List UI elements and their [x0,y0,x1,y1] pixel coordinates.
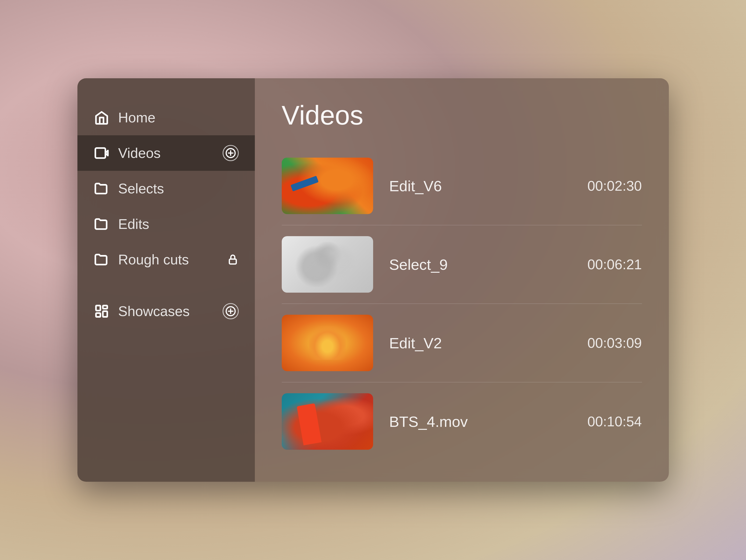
sidebar: Home Videos [78,78,255,482]
video-name-select-9: Select_9 [389,256,572,273]
video-item-edit-v6[interactable]: Edit_V6 00:02:30 [282,147,642,225]
folder-edits-icon [93,216,110,232]
video-thumbnail-edit-v2 [282,315,373,371]
sidebar-item-showcases-label: Showcases [118,303,214,319]
folder-rough-cuts-icon [93,251,110,268]
svg-rect-0 [95,148,105,158]
svg-rect-9 [96,313,100,317]
page-title: Videos [282,100,642,131]
video-thumbnail-edit-v6 [282,158,373,214]
svg-rect-5 [229,259,236,264]
sidebar-item-videos[interactable]: Videos [78,135,255,171]
video-name-edit-v6: Edit_V6 [389,177,572,195]
video-thumbnail-select-9 [282,236,373,292]
lock-icon [227,254,239,265]
main-content: Videos Edit_V6 00:02:30 Select_9 00:06:2… [255,78,669,482]
folder-selects-icon [93,180,110,197]
sidebar-item-rough-cuts[interactable]: Rough cuts [78,242,255,277]
sidebar-item-edits[interactable]: Edits [78,206,255,242]
video-item-select-9[interactable]: Select_9 00:06:21 [282,225,642,304]
sidebar-item-edits-label: Edits [118,216,239,232]
video-duration-edit-v6: 00:02:30 [587,178,642,194]
sidebar-item-showcases[interactable]: Showcases [78,293,255,329]
video-duration-edit-v2: 00:03:09 [587,335,642,351]
sidebar-item-videos-label: Videos [118,145,214,161]
svg-rect-7 [103,306,107,309]
sidebar-item-home-label: Home [118,110,239,125]
video-list: Edit_V6 00:02:30 Select_9 00:06:21 Edit_… [282,147,642,460]
home-icon [93,110,110,125]
svg-rect-8 [103,311,107,317]
video-icon [93,145,110,161]
video-item-bts-4[interactable]: BTS_4.mov 00:10:54 [282,383,642,460]
video-duration-bts-4: 00:10:54 [587,413,642,429]
video-name-bts-4: BTS_4.mov [389,413,572,430]
video-duration-select-9: 00:06:21 [587,256,642,273]
video-item-edit-v2[interactable]: Edit_V2 00:03:09 [282,304,642,383]
showcases-icon [93,303,110,319]
video-name-edit-v2: Edit_V2 [389,334,572,352]
videos-add-button[interactable] [223,145,239,161]
sidebar-item-selects[interactable]: Selects [78,171,255,206]
app-window: Home Videos [78,78,669,482]
showcases-add-button[interactable] [223,303,239,319]
sidebar-item-selects-label: Selects [118,180,239,197]
svg-rect-6 [96,306,100,311]
video-thumbnail-bts-4 [282,393,373,450]
sidebar-item-rough-cuts-label: Rough cuts [118,251,216,268]
sidebar-item-home[interactable]: Home [78,100,255,135]
